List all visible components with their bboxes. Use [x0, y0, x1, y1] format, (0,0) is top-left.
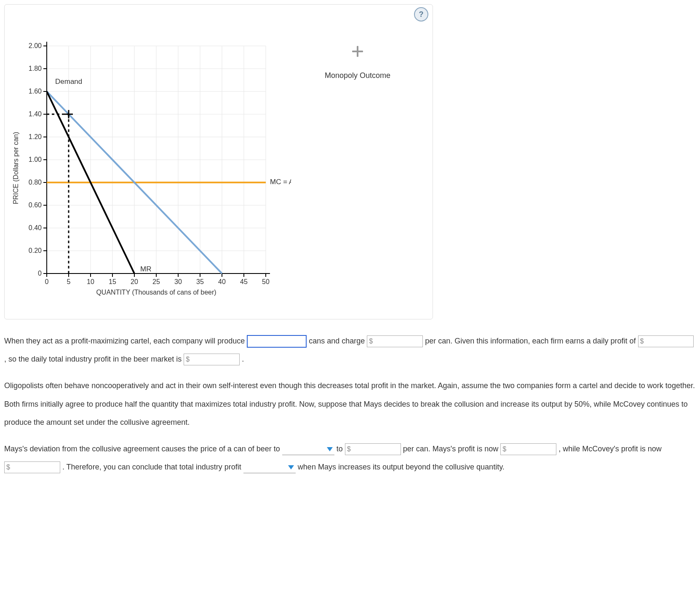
paragraph-2: Oligopolists often behave noncooperative…: [4, 377, 695, 432]
mccovey-profit-input[interactable]: [12, 462, 60, 473]
demand-label: Demand: [55, 78, 82, 86]
q1-text-b: cans and charge: [309, 337, 367, 345]
cartel-price-input-wrap[interactable]: $: [367, 335, 423, 347]
svg-marker-54: [327, 447, 333, 451]
ytick: 0.20: [29, 247, 42, 254]
help-button[interactable]: ?: [414, 7, 428, 21]
xtick: 30: [174, 278, 182, 285]
industry-profit-input[interactable]: [191, 354, 239, 365]
cartel-quantity-input[interactable]: [247, 335, 307, 348]
help-icon: ?: [419, 10, 424, 19]
q2-text-a: Mays's deviation from the collusive agre…: [4, 445, 282, 453]
legend-marker-icon[interactable]: [325, 46, 390, 59]
xtick: 35: [196, 278, 204, 285]
new-price-input[interactable]: [353, 444, 401, 455]
xtick: 50: [262, 278, 270, 285]
svg-point-50: [357, 46, 358, 48]
ytick: 2.00: [29, 42, 42, 49]
dollar-icon: $: [5, 459, 12, 475]
ytick: 1.00: [29, 156, 42, 163]
y-axis-label: PRICE (Dollars per can): [12, 132, 20, 204]
ytick: 0.40: [29, 224, 42, 231]
q1-text-d: , so the daily total industry profit in …: [4, 355, 184, 363]
xtick: 45: [240, 278, 248, 285]
question-body: When they act as a profit-maximizing car…: [4, 332, 695, 476]
legend: Monopoly Outcome: [325, 46, 390, 80]
ytick: 1.80: [29, 65, 42, 72]
q2-text-c: per can. Mays's profit is now: [403, 445, 501, 453]
ytick: 1.60: [29, 88, 42, 95]
dollar-icon: $: [345, 441, 353, 457]
q1-text-c: per can. Given this information, each fi…: [425, 337, 638, 345]
chart-row: PRICE (Dollars per can): [8, 33, 429, 316]
q2-text-b: to: [337, 445, 345, 453]
mccovey-profit-input-wrap[interactable]: $: [4, 461, 60, 473]
firm-profit-input[interactable]: [645, 336, 693, 347]
q1-text-e: .: [242, 355, 244, 363]
xtick: 10: [87, 278, 94, 285]
mr-label: MR: [140, 265, 151, 273]
ytick: 0: [38, 270, 42, 277]
legend-text: Monopoly Outcome: [325, 71, 390, 80]
ytick: 0.80: [29, 179, 42, 186]
cartel-price-input[interactable]: [374, 336, 422, 347]
dollar-icon: $: [501, 441, 508, 457]
svg-point-52: [352, 51, 354, 52]
svg-point-53: [361, 51, 363, 52]
ytick: 1.20: [29, 133, 42, 140]
q2-text-e: . Therefore, you can conclude that total…: [62, 463, 243, 471]
total-profit-direction-dropdown[interactable]: [243, 462, 296, 473]
q1-text-a: When they act as a profit-maximizing car…: [4, 337, 247, 345]
question-1: When they act as a profit-maximizing car…: [4, 332, 695, 368]
mc-atc-label: MC = ATC: [270, 178, 291, 186]
question-2: Mays's deviation from the collusive agre…: [4, 440, 695, 476]
chart-svg: 0 5 10 15 20 25 30 35 40 45 50 0 0.20 0.…: [21, 33, 291, 303]
mays-profit-input[interactable]: [508, 444, 556, 455]
dollar-icon: $: [367, 333, 374, 349]
mays-profit-input-wrap[interactable]: $: [500, 443, 556, 455]
x-axis-label: QUANTITY (Thousands of cans of beer): [96, 289, 216, 296]
q2-text-f: when Mays increases its output beyond th…: [298, 463, 505, 471]
ytick: 0.60: [29, 201, 42, 209]
chart-block: PRICE (Dollars per can): [12, 33, 291, 303]
chart-panel: ? PRICE (Dollars per can): [4, 4, 433, 319]
q2-text-d: , while McCovey's profit is now: [558, 445, 662, 453]
xtick: 40: [218, 278, 226, 285]
svg-point-51: [357, 55, 358, 57]
firm-profit-input-wrap[interactable]: $: [638, 335, 694, 347]
dollar-icon: $: [184, 351, 191, 367]
xtick: 15: [109, 278, 116, 285]
dollar-icon: $: [639, 333, 646, 349]
svg-marker-55: [288, 465, 294, 469]
ytick: 1.40: [29, 110, 42, 118]
xtick: 25: [152, 278, 160, 285]
industry-profit-input-wrap[interactable]: $: [184, 354, 240, 365]
new-price-input-wrap[interactable]: $: [345, 443, 401, 455]
xtick: 5: [67, 278, 71, 285]
price-direction-dropdown[interactable]: [282, 444, 334, 455]
xtick: 20: [131, 278, 138, 285]
xtick: 0: [45, 278, 49, 285]
